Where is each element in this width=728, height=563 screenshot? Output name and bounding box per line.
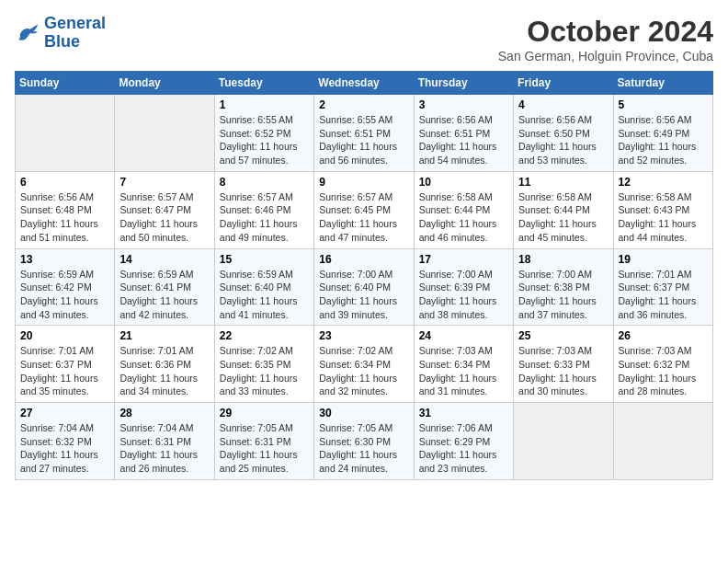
calendar-cell: 22Sunrise: 7:02 AMSunset: 6:35 PMDayligh… xyxy=(214,326,313,403)
header-monday: Monday xyxy=(115,72,214,95)
header-saturday: Saturday xyxy=(613,72,712,95)
day-info: Sunrise: 6:57 AMSunset: 6:47 PMDaylight:… xyxy=(119,191,198,243)
day-info: Sunrise: 7:05 AMSunset: 6:31 PMDaylight:… xyxy=(220,422,298,474)
calendar-cell: 19Sunrise: 7:01 AMSunset: 6:37 PMDayligh… xyxy=(613,248,712,326)
calendar-cell: 17Sunrise: 7:00 AMSunset: 6:39 PMDayligh… xyxy=(414,248,513,326)
calendar-week-3: 13Sunrise: 6:59 AMSunset: 6:42 PMDayligh… xyxy=(16,248,713,326)
calendar-cell: 6Sunrise: 6:56 AMSunset: 6:48 PMDaylight… xyxy=(16,171,115,248)
day-number: 26 xyxy=(619,329,708,342)
calendar-week-5: 27Sunrise: 7:04 AMSunset: 6:32 PMDayligh… xyxy=(16,403,713,480)
day-info: Sunrise: 7:03 AMSunset: 6:32 PMDaylight:… xyxy=(619,345,697,396)
day-number: 18 xyxy=(518,253,608,266)
day-info: Sunrise: 6:59 AMSunset: 6:41 PMDaylight:… xyxy=(119,269,198,320)
calendar-cell: 16Sunrise: 7:00 AMSunset: 6:40 PMDayligh… xyxy=(314,248,414,326)
day-number: 23 xyxy=(319,329,408,342)
logo-text: General Blue xyxy=(44,15,106,52)
day-info: Sunrise: 6:56 AMSunset: 6:50 PMDaylight:… xyxy=(518,114,597,166)
calendar-week-4: 20Sunrise: 7:01 AMSunset: 6:37 PMDayligh… xyxy=(16,326,713,403)
day-number: 25 xyxy=(518,329,608,342)
day-info: Sunrise: 7:00 AMSunset: 6:38 PMDaylight:… xyxy=(518,269,597,320)
page-header: General Blue October 2024 San German, Ho… xyxy=(15,15,713,63)
calendar-cell: 1Sunrise: 6:55 AMSunset: 6:52 PMDaylight… xyxy=(214,95,313,172)
calendar-cell xyxy=(115,95,214,172)
day-info: Sunrise: 6:58 AMSunset: 6:43 PMDaylight:… xyxy=(619,191,697,243)
day-number: 15 xyxy=(220,253,309,266)
day-info: Sunrise: 7:00 AMSunset: 6:40 PMDaylight:… xyxy=(319,269,397,320)
calendar-cell: 5Sunrise: 6:56 AMSunset: 6:49 PMDaylight… xyxy=(613,95,712,172)
calendar-cell: 21Sunrise: 7:01 AMSunset: 6:36 PMDayligh… xyxy=(115,326,214,403)
calendar-cell: 24Sunrise: 7:03 AMSunset: 6:34 PMDayligh… xyxy=(414,326,513,403)
day-info: Sunrise: 7:04 AMSunset: 6:32 PMDaylight:… xyxy=(20,422,98,474)
day-number: 30 xyxy=(319,407,408,419)
day-info: Sunrise: 6:55 AMSunset: 6:52 PMDaylight:… xyxy=(220,114,298,166)
day-info: Sunrise: 7:04 AMSunset: 6:31 PMDaylight:… xyxy=(119,422,198,474)
day-info: Sunrise: 6:59 AMSunset: 6:42 PMDaylight:… xyxy=(20,269,98,320)
day-number: 11 xyxy=(518,176,608,189)
calendar-cell: 7Sunrise: 6:57 AMSunset: 6:47 PMDaylight… xyxy=(115,171,214,248)
day-number: 13 xyxy=(20,253,109,266)
calendar-cell: 4Sunrise: 6:56 AMSunset: 6:50 PMDaylight… xyxy=(514,95,613,172)
day-number: 24 xyxy=(419,329,508,342)
location-subtitle: San German, Holguin Province, Cuba xyxy=(498,49,713,63)
day-number: 4 xyxy=(518,98,608,111)
day-info: Sunrise: 7:01 AMSunset: 6:36 PMDaylight:… xyxy=(119,345,198,396)
header-wednesday: Wednesday xyxy=(314,72,414,95)
calendar-cell: 11Sunrise: 6:58 AMSunset: 6:44 PMDayligh… xyxy=(514,171,613,248)
calendar-cell: 14Sunrise: 6:59 AMSunset: 6:41 PMDayligh… xyxy=(115,248,214,326)
day-info: Sunrise: 6:56 AMSunset: 6:48 PMDaylight:… xyxy=(20,191,98,243)
calendar-cell: 30Sunrise: 7:05 AMSunset: 6:30 PMDayligh… xyxy=(314,403,414,480)
calendar-header-row: SundayMondayTuesdayWednesdayThursdayFrid… xyxy=(16,72,713,95)
day-number: 20 xyxy=(20,329,109,342)
day-info: Sunrise: 7:01 AMSunset: 6:37 PMDaylight:… xyxy=(20,345,98,396)
calendar-cell: 8Sunrise: 6:57 AMSunset: 6:46 PMDaylight… xyxy=(214,171,313,248)
day-info: Sunrise: 6:56 AMSunset: 6:51 PMDaylight:… xyxy=(419,114,497,166)
day-number: 2 xyxy=(319,98,408,111)
day-info: Sunrise: 6:57 AMSunset: 6:45 PMDaylight:… xyxy=(319,191,397,243)
header-friday: Friday xyxy=(514,72,613,95)
calendar-cell: 18Sunrise: 7:00 AMSunset: 6:38 PMDayligh… xyxy=(514,248,613,326)
calendar-cell xyxy=(514,403,613,480)
title-block: October 2024 San German, Holguin Provinc… xyxy=(498,15,713,63)
day-number: 3 xyxy=(419,98,508,111)
day-number: 8 xyxy=(220,176,309,189)
calendar-week-2: 6Sunrise: 6:56 AMSunset: 6:48 PMDaylight… xyxy=(16,171,713,248)
day-info: Sunrise: 7:02 AMSunset: 6:35 PMDaylight:… xyxy=(220,345,298,396)
day-number: 29 xyxy=(220,407,309,419)
calendar-cell: 12Sunrise: 6:58 AMSunset: 6:43 PMDayligh… xyxy=(613,171,712,248)
calendar-cell xyxy=(16,95,115,172)
day-number: 16 xyxy=(319,253,408,266)
day-number: 19 xyxy=(619,253,708,266)
calendar-cell: 31Sunrise: 7:06 AMSunset: 6:29 PMDayligh… xyxy=(414,403,513,480)
calendar-cell: 10Sunrise: 6:58 AMSunset: 6:44 PMDayligh… xyxy=(414,171,513,248)
day-info: Sunrise: 7:06 AMSunset: 6:29 PMDaylight:… xyxy=(419,422,497,474)
logo: General Blue xyxy=(15,15,106,52)
day-number: 28 xyxy=(119,407,209,419)
day-info: Sunrise: 6:55 AMSunset: 6:51 PMDaylight:… xyxy=(319,114,397,166)
calendar-cell xyxy=(613,403,712,480)
header-tuesday: Tuesday xyxy=(214,72,313,95)
day-number: 12 xyxy=(619,176,708,189)
month-title: October 2024 xyxy=(498,15,713,49)
day-info: Sunrise: 7:05 AMSunset: 6:30 PMDaylight:… xyxy=(319,422,397,474)
day-info: Sunrise: 6:58 AMSunset: 6:44 PMDaylight:… xyxy=(419,191,497,243)
day-number: 1 xyxy=(220,98,309,111)
calendar-cell: 9Sunrise: 6:57 AMSunset: 6:45 PMDaylight… xyxy=(314,171,414,248)
day-info: Sunrise: 6:58 AMSunset: 6:44 PMDaylight:… xyxy=(518,191,597,243)
calendar-cell: 25Sunrise: 7:03 AMSunset: 6:33 PMDayligh… xyxy=(514,326,613,403)
calendar-cell: 13Sunrise: 6:59 AMSunset: 6:42 PMDayligh… xyxy=(16,248,115,326)
calendar-cell: 27Sunrise: 7:04 AMSunset: 6:32 PMDayligh… xyxy=(16,403,115,480)
header-thursday: Thursday xyxy=(414,72,513,95)
day-number: 5 xyxy=(619,98,708,111)
logo-icon xyxy=(15,20,40,46)
calendar-table: SundayMondayTuesdayWednesdayThursdayFrid… xyxy=(15,71,713,480)
day-info: Sunrise: 6:57 AMSunset: 6:46 PMDaylight:… xyxy=(220,191,298,243)
header-sunday: Sunday xyxy=(16,72,115,95)
calendar-cell: 29Sunrise: 7:05 AMSunset: 6:31 PMDayligh… xyxy=(214,403,313,480)
day-info: Sunrise: 6:59 AMSunset: 6:40 PMDaylight:… xyxy=(220,269,298,320)
day-info: Sunrise: 7:03 AMSunset: 6:34 PMDaylight:… xyxy=(419,345,497,396)
calendar-week-1: 1Sunrise: 6:55 AMSunset: 6:52 PMDaylight… xyxy=(16,95,713,172)
day-info: Sunrise: 7:03 AMSunset: 6:33 PMDaylight:… xyxy=(518,345,597,396)
calendar-cell: 23Sunrise: 7:02 AMSunset: 6:34 PMDayligh… xyxy=(314,326,414,403)
day-info: Sunrise: 7:00 AMSunset: 6:39 PMDaylight:… xyxy=(419,269,497,320)
day-number: 22 xyxy=(220,329,309,342)
